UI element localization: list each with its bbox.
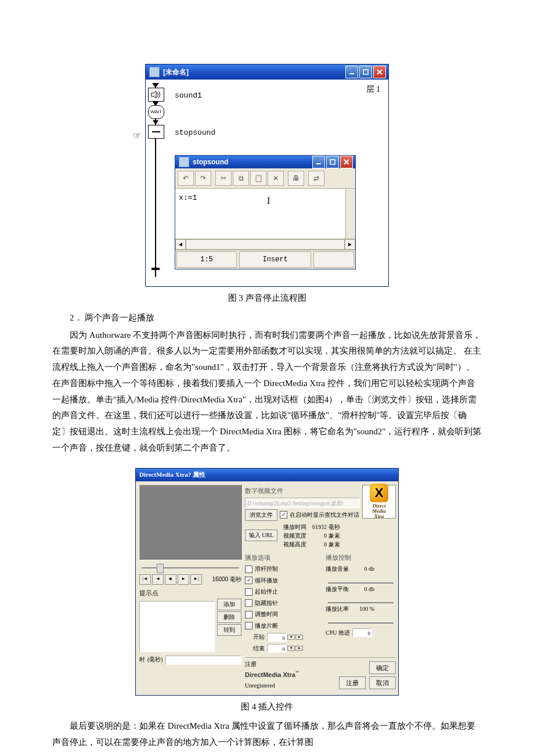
close-button[interactable] (340, 156, 353, 168)
register-status: Unregistered (245, 682, 275, 689)
cpu-boost-spinner[interactable]: 0 (352, 628, 372, 637)
scroll-right-button[interactable]: ► (345, 239, 355, 250)
cancel-button[interactable]: 取消 (369, 676, 396, 689)
rewind-button[interactable]: |◄ (139, 574, 151, 585)
code-area[interactable]: x:=1 I (175, 189, 355, 239)
slider-thumb[interactable] (157, 564, 164, 573)
figure3: [未命名] 层 1 ☞ sound1 (52, 64, 482, 287)
hand-cursor-icon: ☞ (133, 127, 141, 145)
volume-slider[interactable] (326, 578, 396, 584)
adjusttime-checkbox[interactable] (245, 611, 252, 618)
maximize-button[interactable] (359, 66, 372, 78)
svg-rect-3 (316, 163, 321, 164)
show-dialog-checkbox[interactable]: ✓ (280, 511, 287, 519)
code-text: x:=1 (179, 193, 197, 202)
slider-checkbox[interactable] (245, 566, 252, 573)
transport-controls: |◄ ◄ ■ ► ►| 16000 毫秒 (139, 574, 241, 585)
sound-icon-label: sound1 (175, 89, 202, 103)
time-unit: (毫秒) (147, 654, 163, 665)
browse-file-button[interactable]: 浏览文件 (245, 509, 277, 521)
status-spacer (313, 251, 354, 268)
dm-titlebar[interactable]: DirectMedia Xtra? 属性 (136, 469, 398, 481)
directmedia-dialog: DirectMedia Xtra? 属性 |◄ ◄ ■ ► ►| 16000 毫… (135, 468, 399, 696)
svg-rect-2 (152, 131, 160, 132)
layer-label: 层 1 (366, 82, 381, 97)
register-button[interactable]: 注册 (339, 676, 366, 689)
play-control-title: 播放控制 (326, 552, 396, 563)
calc-icon[interactable] (148, 125, 164, 139)
stepfwd-button[interactable]: ►| (190, 574, 202, 585)
stop-button[interactable]: ■ (165, 574, 176, 585)
dm-right-panel: X Direct Media Xtra 数字视频文件 D:\winamp26.m… (245, 485, 396, 692)
undo-button[interactable]: ↶ (178, 171, 194, 186)
main-window-title: [未命名] (163, 66, 189, 78)
calc-editor-title: stopsound (193, 156, 228, 168)
hidecursor-checkbox[interactable] (245, 599, 252, 607)
main-window-titlebar[interactable]: [未命名] (146, 64, 388, 80)
maximize-button[interactable] (326, 156, 339, 168)
svg-rect-4 (330, 160, 335, 164)
media-stats: 播放时间61932 毫秒 视频宽度0 象素 视频高度0 象素 (280, 522, 344, 549)
wait-icon[interactable]: WAIT (148, 105, 164, 119)
flow-end (151, 268, 160, 270)
status-mode: Insert (239, 251, 311, 268)
ok-button[interactable]: 确定 (369, 661, 396, 674)
time-label: 时 (139, 654, 145, 665)
figure4-caption: 图 4 插入控件 (52, 699, 482, 715)
dm-left-panel: |◄ ◄ ■ ► ►| 16000 毫秒 提示点 添加 删除 转到 (139, 485, 241, 692)
minimize-button[interactable] (345, 66, 358, 78)
print-button[interactable]: 🖶 (288, 171, 304, 186)
add-cue-button[interactable]: 添加 (217, 599, 241, 610)
play-options-title: 播放选项 (245, 552, 315, 563)
copy-button[interactable]: ⧉ (233, 171, 249, 186)
loop-checkbox[interactable]: ✓ (245, 577, 252, 584)
delete-cue-button[interactable]: 删除 (217, 611, 241, 623)
balance-slider[interactable] (326, 597, 396, 603)
minimize-button[interactable] (312, 156, 325, 168)
figure3-caption: 图 3 声音停止流程图 (52, 290, 482, 307)
scroll-track[interactable] (186, 239, 345, 250)
text-cursor-icon: I (267, 192, 270, 210)
time-input[interactable] (165, 656, 241, 665)
pausestart-checkbox[interactable] (245, 588, 252, 596)
file-path-field[interactable]: D:\winamp26.mp3 Settings\songcn\桌面\ (245, 498, 360, 508)
play-button[interactable]: ► (178, 574, 189, 585)
rate-slider[interactable] (326, 618, 396, 624)
figure4: DirectMedia Xtra? 属性 |◄ ◄ ■ ► ►| 16000 毫… (52, 468, 482, 696)
vertical-scrollbar[interactable] (345, 189, 355, 239)
redo-button[interactable]: ↷ (195, 171, 211, 186)
input-url-button[interactable]: 输入 URL (245, 530, 277, 541)
paste-button[interactable]: 📋 (250, 171, 266, 186)
calc-icon-label: stopsound (175, 126, 215, 140)
cut-button[interactable]: ✂ (215, 171, 232, 186)
cue-listbox[interactable] (139, 601, 215, 652)
authorware-main-window: [未命名] 层 1 ☞ sound1 (145, 64, 389, 287)
calc-editor-window: stopsound ↶ ↷ ✂ ⧉ 📋 ✕ (175, 155, 356, 269)
section2-body: 因为 Authorware 不支持两个声音图标同时执行，而有时我们需要两个声音一… (52, 327, 482, 456)
editor-toolbar: ↶ ↷ ✂ ⧉ 📋 ✕ 🖶 ⇄ (175, 168, 355, 189)
svg-rect-1 (363, 70, 368, 74)
app-icon (149, 67, 160, 77)
seg-end-spinner[interactable]: 0▾▸ (267, 644, 303, 653)
show-dialog-label: 在启动时显示查找文件对话 (290, 510, 359, 521)
stepback-button[interactable]: ◄ (152, 574, 164, 585)
logo-x-icon: X (370, 484, 388, 502)
horizontal-scrollbar[interactable]: ◄ ► (175, 239, 355, 250)
calc-editor-titlebar[interactable]: stopsound (175, 156, 355, 168)
seg-start-spinner[interactable]: 0▾▸ (267, 633, 303, 642)
preview-area (139, 485, 243, 560)
playseg-checkbox[interactable] (245, 622, 252, 629)
cue-label: 提示点 (139, 587, 241, 599)
close-button[interactable] (373, 66, 386, 78)
time-slider[interactable] (139, 563, 241, 573)
final-paragraph: 最后要说明的是：如果在 DirectMedia Xtra 属性中设置了循环播放，… (52, 718, 482, 751)
options-button[interactable]: ⇄ (308, 171, 324, 186)
goto-cue-button[interactable]: 转到 (217, 624, 241, 636)
register-group: 注册 DirectMedia Xtra™ Unregistered 确定 注册 … (245, 657, 396, 692)
scroll-left-button[interactable]: ◄ (175, 239, 186, 250)
rate-value: 100 % (351, 604, 374, 615)
delete-button[interactable]: ✕ (268, 171, 284, 186)
volume-value: 0 db (351, 564, 374, 575)
sound-icon[interactable] (148, 88, 164, 102)
status-bar: 1:5 Insert (175, 250, 355, 269)
